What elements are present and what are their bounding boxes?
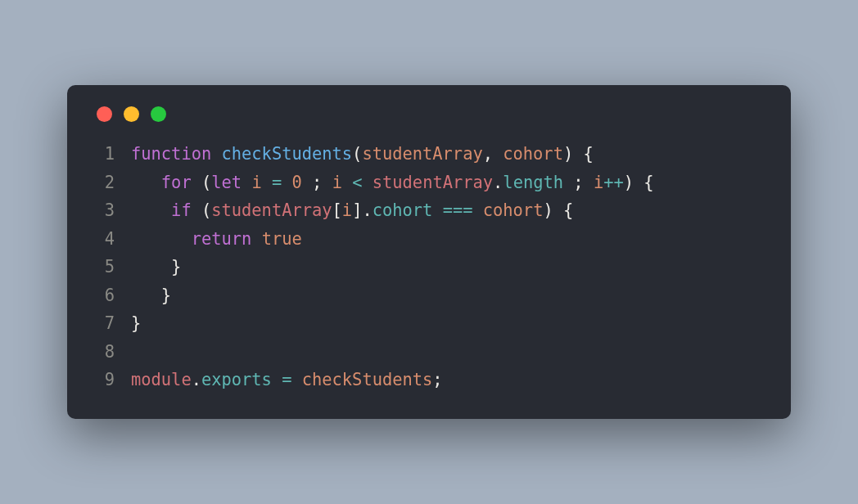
token: .: [192, 370, 201, 389]
code-line: 9module.exports = checkStudents;: [77, 366, 761, 394]
line-number: 4: [77, 225, 115, 253]
line-number: 1: [77, 140, 115, 168]
token: [362, 173, 372, 192]
line-number: 7: [77, 309, 115, 337]
token: i: [594, 173, 603, 192]
token: 0: [292, 173, 302, 192]
token: [131, 200, 171, 220]
line-content: function checkStudents(studentArray, coh…: [115, 140, 594, 168]
code-content: 1function checkStudents(studentArray, co…: [67, 140, 791, 394]
token: [211, 144, 221, 164]
line-content: }: [115, 253, 181, 281]
line-number: 6: [77, 281, 115, 309]
token: ) {: [563, 144, 594, 164]
line-content: }: [115, 281, 171, 309]
token: studentArray: [362, 144, 482, 164]
token: ++: [603, 173, 624, 192]
code-window: 1function checkStudents(studentArray, co…: [67, 85, 791, 418]
token: i: [251, 173, 261, 192]
token: studentArray: [211, 200, 332, 220]
token: [242, 173, 251, 192]
minimize-icon[interactable]: [124, 106, 139, 122]
token: }: [131, 313, 141, 333]
token: function: [131, 144, 211, 164]
line-number: 2: [77, 169, 115, 196]
token: if: [171, 200, 192, 220]
line-number: 3: [77, 196, 115, 224]
token: ].: [352, 200, 373, 220]
token: i: [332, 173, 342, 192]
token: true: [262, 229, 302, 249]
token: [251, 229, 261, 249]
line-number: 5: [77, 253, 115, 281]
token: ;: [563, 173, 594, 192]
token: [432, 200, 442, 220]
token: ) {: [624, 173, 654, 192]
line-content: return true: [115, 225, 302, 253]
token: }: [131, 286, 171, 305]
code-line: 1function checkStudents(studentArray, co…: [77, 140, 761, 168]
line-content: if (studentArray[i].cohort === cohort) {: [115, 196, 573, 224]
token: ,: [483, 144, 504, 164]
token: checkStudents: [302, 370, 433, 389]
token: [472, 200, 482, 220]
close-icon[interactable]: [97, 106, 112, 122]
code-line: 5 }: [77, 253, 761, 281]
token: <: [352, 173, 362, 192]
token: [262, 173, 272, 192]
token: length: [503, 173, 563, 192]
token: }: [131, 257, 181, 277]
token: (: [352, 144, 362, 164]
code-line: 7}: [77, 309, 761, 337]
token: cohort: [503, 144, 563, 164]
token: module: [131, 370, 192, 389]
code-line: 8: [77, 338, 761, 366]
token: ;: [302, 173, 332, 192]
line-number: 9: [77, 366, 115, 394]
token: =: [272, 173, 282, 192]
token: studentArray: [373, 173, 493, 192]
token: [272, 370, 282, 389]
token: for: [161, 173, 192, 192]
code-line: 3 if (studentArray[i].cohort === cohort)…: [77, 196, 761, 224]
token: =: [282, 370, 291, 389]
token: [342, 173, 352, 192]
line-content: }: [115, 309, 141, 337]
line-content: module.exports = checkStudents;: [115, 366, 443, 394]
token: [: [332, 200, 342, 220]
token: let: [211, 173, 242, 192]
token: .: [493, 173, 503, 192]
line-number: 8: [77, 338, 115, 366]
token: [282, 173, 291, 192]
token: (: [192, 200, 212, 220]
token: return: [192, 229, 252, 249]
token: ) {: [543, 200, 573, 220]
line-content: for (let i = 0 ; i < studentArray.length…: [115, 169, 654, 196]
code-line: 4 return true: [77, 225, 761, 253]
token: (: [192, 173, 212, 192]
token: checkStudents: [222, 144, 353, 164]
token: [131, 173, 161, 192]
token: ;: [432, 370, 442, 389]
token: exports: [201, 370, 272, 389]
token: cohort: [483, 200, 544, 220]
zoom-icon[interactable]: [151, 106, 166, 122]
token: i: [342, 200, 352, 220]
token: ===: [443, 200, 473, 220]
token: cohort: [373, 200, 433, 220]
code-line: 2 for (let i = 0 ; i < studentArray.leng…: [77, 169, 761, 196]
code-line: 6 }: [77, 281, 761, 309]
window-titlebar: [67, 85, 791, 140]
token: [291, 370, 301, 389]
token: [131, 229, 192, 249]
line-content: [115, 338, 141, 366]
